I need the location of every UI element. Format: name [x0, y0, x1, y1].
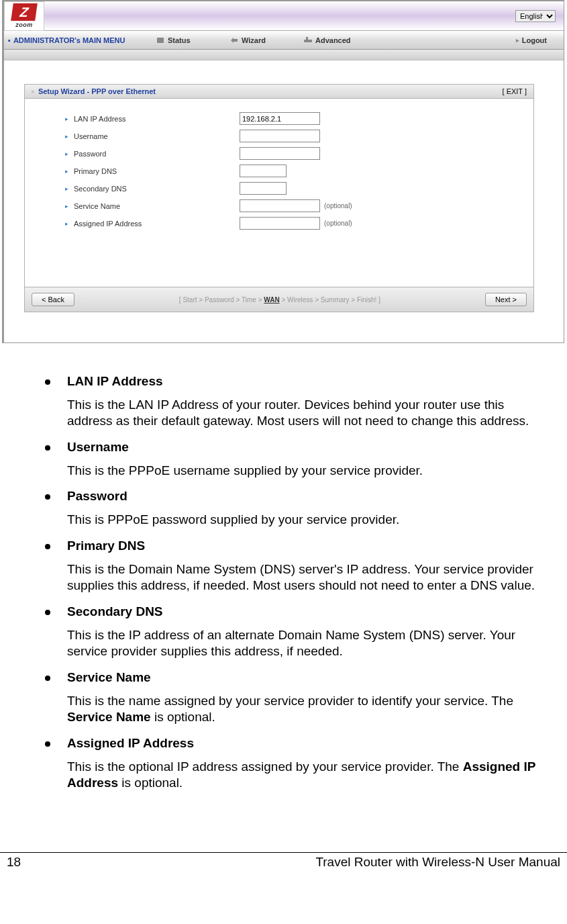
- bullet-icon: [45, 445, 50, 451]
- menu-item-wizard[interactable]: Wizard: [229, 36, 303, 44]
- menu-icon: ▪: [8, 36, 11, 44]
- logo-text: zoom: [15, 21, 33, 28]
- status-icon: [156, 36, 165, 44]
- doc-title-password: Password: [67, 489, 127, 503]
- doc-desc-secondary-dns: This is the IP address of an alternate D…: [67, 627, 550, 660]
- doc-title-assigned-ip: Assigned IP Address: [67, 736, 194, 750]
- lan-ip-input[interactable]: [240, 112, 320, 125]
- menu-item-advanced[interactable]: Advanced: [303, 36, 377, 44]
- label-service-name: ▸ Service Name: [65, 202, 240, 210]
- service-name-input[interactable]: [240, 199, 320, 212]
- menu-status-label: Status: [168, 36, 191, 44]
- arrow-icon: ▸: [65, 185, 68, 192]
- row-secondary-dns: ▸ Secondary DNS: [65, 182, 520, 195]
- label-primary-dns: ▸ Primary DNS: [65, 167, 240, 175]
- doc-item-service-name: Service Name This is the name assigned b…: [37, 669, 550, 726]
- assigned-ip-label-text: Assigned IP Address: [74, 220, 142, 228]
- next-button[interactable]: Next >: [485, 293, 527, 306]
- label-secondary-dns: ▸ Secondary DNS: [65, 185, 240, 193]
- row-username: ▸ Username: [65, 130, 520, 142]
- menu-logout-label: Logout: [522, 36, 547, 44]
- password-input[interactable]: [240, 147, 320, 160]
- svg-rect-1: [304, 40, 312, 42]
- secondary-dns-input[interactable]: [240, 182, 287, 195]
- content-area: ▫ Setup Wizard - PPP over Ethernet [ EXI…: [4, 60, 564, 342]
- primary-dns-input[interactable]: [240, 165, 287, 177]
- doc-sn-post: is optional.: [151, 710, 215, 724]
- wizard-breadcrumb: [ Start > Password > Time > WAN > Wirele…: [179, 296, 380, 304]
- page-footer: 18 Travel Router with Wireless-N User Ma…: [0, 852, 567, 882]
- arrow-icon: ▸: [65, 168, 68, 175]
- breadcrumb-active: WAN: [264, 296, 279, 304]
- bullet-icon: [45, 379, 50, 385]
- doc-item-assigned-ip: Assigned IP Address This is the optional…: [37, 735, 550, 792]
- username-input[interactable]: [240, 130, 320, 142]
- menu-title-text: ADMINISTRATOR's MAIN MENU: [13, 36, 125, 44]
- logo-letter: Z: [11, 3, 38, 21]
- doc-desc-password: This is PPPoE password supplied by your …: [67, 512, 550, 528]
- menu-advanced-label: Advanced: [315, 36, 351, 44]
- lan-ip-label-text: LAN IP Address: [74, 115, 125, 123]
- language-selector[interactable]: English: [515, 10, 556, 22]
- doc-desc-primary-dns: This is the Domain Name System (DNS) ser…: [67, 561, 550, 594]
- exit-link[interactable]: [ EXIT ]: [503, 87, 527, 95]
- menu-wizard-label: Wizard: [242, 36, 266, 44]
- wizard-title: ▫ Setup Wizard - PPP over Ethernet: [32, 87, 156, 95]
- bullet-icon: [45, 544, 50, 549]
- doc-item-lan-ip: LAN IP Address This is the LAN IP Addres…: [37, 373, 550, 430]
- label-assigned-ip: ▸ Assigned IP Address: [65, 220, 240, 228]
- main-menu-bar: ▪ ADMINISTRATOR's MAIN MENU Status Wizar…: [4, 31, 564, 50]
- wizard-footer: < Back [ Start > Password > Time > WAN >…: [25, 287, 533, 312]
- primary-dns-label-text: Primary DNS: [74, 167, 117, 175]
- doc-title-service-name: Service Name: [67, 670, 151, 684]
- advanced-icon: [303, 36, 313, 44]
- zoom-logo: Z zoom: [4, 1, 44, 31]
- language-dropdown[interactable]: English: [515, 10, 556, 22]
- doc-title-username: Username: [67, 440, 129, 454]
- wizard-body: ▸ LAN IP Address ▸ Username ▸ Password: [25, 99, 533, 287]
- wizard-icon: [229, 36, 239, 44]
- svg-rect-0: [157, 38, 164, 43]
- menu-item-status[interactable]: Status: [156, 36, 229, 44]
- label-lan-ip: ▸ LAN IP Address: [65, 115, 240, 123]
- bullet-icon: [45, 610, 50, 615]
- bullet-icon: [45, 676, 50, 681]
- arrow-icon: ▸: [65, 220, 68, 227]
- menu-item-logout[interactable]: ▸ Logout: [516, 36, 547, 44]
- sub-menu-bar: [4, 50, 564, 60]
- breadcrumb-suffix: > Wireless > Summary > Finish! ]: [280, 296, 380, 304]
- arrow-icon: ▸: [65, 150, 68, 157]
- assigned-ip-input[interactable]: [240, 217, 320, 230]
- row-primary-dns: ▸ Primary DNS: [65, 165, 520, 177]
- row-password: ▸ Password: [65, 147, 520, 160]
- username-label-text: Username: [74, 132, 108, 140]
- doc-item-username: Username This is the PPPoE username supp…: [37, 439, 550, 479]
- doc-desc-lan-ip: This is the LAN IP Address of your route…: [67, 397, 550, 430]
- svg-rect-2: [306, 37, 308, 40]
- arrow-icon: ▸: [65, 133, 68, 140]
- label-username: ▸ Username: [65, 132, 240, 140]
- back-button[interactable]: < Back: [32, 293, 74, 306]
- assigned-ip-optional: (optional): [324, 220, 352, 227]
- arrow-icon: ▸: [65, 116, 68, 122]
- row-lan-ip: ▸ LAN IP Address: [65, 112, 520, 125]
- bullet-icon: [45, 741, 50, 747]
- password-label-text: Password: [74, 150, 106, 158]
- page-number: 18: [7, 855, 21, 870]
- manual-title: Travel Router with Wireless-N User Manua…: [315, 855, 560, 870]
- secondary-dns-label-text: Secondary DNS: [74, 185, 127, 193]
- wizard-header: ▫ Setup Wizard - PPP over Ethernet [ EXI…: [25, 85, 533, 99]
- label-password: ▸ Password: [65, 150, 240, 158]
- documentation-text: LAN IP Address This is the LAN IP Addres…: [0, 343, 567, 792]
- doc-item-primary-dns: Primary DNS This is the Domain Name Syst…: [37, 538, 550, 594]
- setup-wizard-panel: ▫ Setup Wizard - PPP over Ethernet [ EXI…: [24, 84, 534, 312]
- arrow-icon: ▸: [65, 203, 68, 210]
- wizard-title-icon: ▫: [32, 87, 34, 95]
- row-service-name: ▸ Service Name (optional): [65, 199, 520, 212]
- doc-desc-assigned-ip: This is the optional IP address assigned…: [67, 759, 550, 792]
- doc-desc-service-name: This is the name assigned by your servic…: [67, 693, 550, 726]
- breadcrumb-prefix: [ Start > Password > Time >: [179, 296, 264, 304]
- doc-item-secondary-dns: Secondary DNS This is the IP address of …: [37, 604, 550, 660]
- router-admin-screenshot: Z zoom English ▪ ADMINISTRATOR's MAIN ME…: [2, 0, 564, 343]
- doc-ai-pre: This is the optional IP address assigned…: [67, 759, 463, 774]
